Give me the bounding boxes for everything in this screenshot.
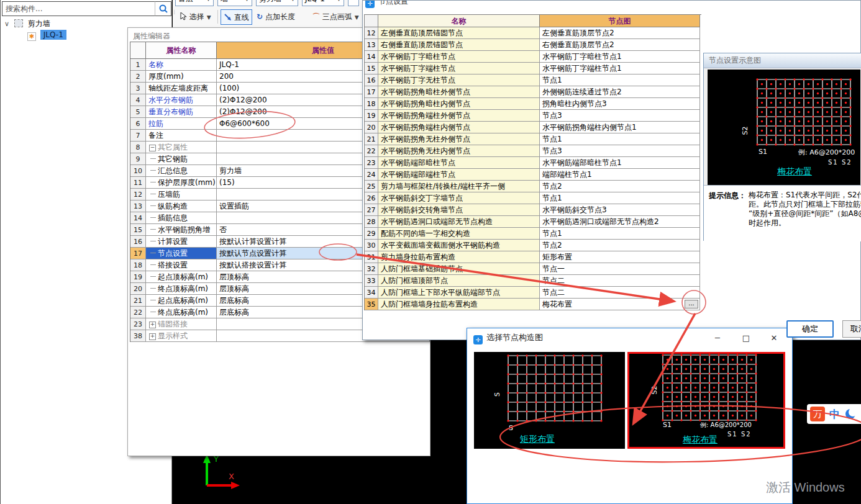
node-setting-row[interactable]: 18水平钢筋拐角暗柱内侧节点拐角暗柱内侧节点3 bbox=[365, 98, 701, 110]
node-img-value[interactable]: 节点1 bbox=[540, 133, 700, 145]
node-name[interactable]: 水平钢筋丁字无柱节点 bbox=[378, 74, 540, 86]
node-img-value[interactable]: 水平钢筋斜交节点3 bbox=[540, 204, 700, 216]
node-setting-row[interactable]: 31剪力墙身拉筋布置构造矩形布置 bbox=[365, 251, 701, 263]
node-name[interactable]: 水平钢筋丁字暗柱节点 bbox=[378, 51, 540, 63]
node-setting-row[interactable]: 17水平钢筋拐角暗柱外侧节点外侧钢筋连续通过节点2 bbox=[365, 86, 701, 98]
node-img-value[interactable]: 梅花布置... bbox=[540, 299, 700, 310]
node-setting-row[interactable]: 20水平钢筋拐角端柱内侧节点水平钢筋拐角端柱内侧节点1 bbox=[365, 122, 701, 133]
node-img-value[interactable]: 水平钢筋遇洞口或端部无节点构造2 bbox=[540, 216, 700, 228]
node-setting-row[interactable]: 33人防门框墙顶部节点节点二 bbox=[365, 275, 701, 287]
chevron-down-icon[interactable]: ∨ bbox=[4, 20, 9, 28]
property-name[interactable]: 汇总信息 bbox=[146, 165, 217, 177]
node-setting-row[interactable]: 25剪力墙与框架柱/转换柱/端柱平齐一侧节点2 bbox=[365, 181, 701, 192]
layer-combo-2[interactable]: ▼剪力墙 bbox=[256, 0, 298, 6]
property-name[interactable]: 终点顶标高(m) bbox=[146, 283, 217, 295]
node-img-value[interactable]: 节点2 bbox=[540, 181, 700, 192]
node-name[interactable]: 人防门框墙上下部水平纵筋端部节点 bbox=[378, 287, 540, 299]
node-img-value[interactable]: 端部端柱节点1 bbox=[540, 169, 700, 181]
node-img-value[interactable]: 矩形布置 bbox=[540, 251, 700, 263]
node-img-value[interactable]: 节点二 bbox=[540, 275, 700, 287]
node-name[interactable]: 剪力墙与框架柱/转换柱/端柱平齐一侧 bbox=[378, 181, 540, 192]
node-setting-row[interactable]: 35人防门框墙墙身拉筋布置构造梅花布置... bbox=[365, 299, 701, 310]
node-img-value[interactable]: 节点二 bbox=[540, 287, 700, 299]
node-name[interactable]: 水平钢筋拐角无柱内侧节点 bbox=[378, 145, 540, 157]
property-name[interactable]: 轴线距左墙皮距离 bbox=[146, 83, 217, 94]
plum-arrangement-label[interactable]: 梅花布置 bbox=[683, 434, 718, 446]
node-name[interactable]: 水平钢筋斜交丁字墙节点 bbox=[378, 192, 540, 204]
property-name[interactable]: 其它钢筋 bbox=[146, 153, 217, 165]
node-img-value[interactable]: 节点1 bbox=[540, 74, 700, 86]
node-name[interactable]: 水平钢筋拐角无柱外侧节点 bbox=[378, 133, 540, 145]
node-setting-row[interactable]: 34人防门框墙上下部水平纵筋端部节点节点二 bbox=[365, 287, 701, 299]
toolbar-partial-icon[interactable] bbox=[348, 0, 359, 6]
node-setting-row[interactable]: 14水平钢筋丁字暗柱节点水平钢筋丁字暗柱节点1 bbox=[365, 51, 701, 63]
property-name[interactable]: 水平钢筋拐角增 bbox=[146, 224, 217, 236]
property-name[interactable]: +锚固搭接 bbox=[146, 318, 217, 330]
line-tool-button[interactable]: 直线 bbox=[221, 9, 252, 25]
node-setting-row[interactable]: 15水平钢筋丁字端柱节点水平钢筋丁字端柱节点1 bbox=[365, 63, 701, 74]
plum-arrangement-label[interactable]: 梅花布置 bbox=[777, 166, 812, 178]
property-name[interactable]: 纵筋构造 bbox=[146, 200, 217, 212]
expand-icon[interactable]: + bbox=[149, 322, 156, 328]
node-setting-row[interactable]: 16水平钢筋丁字无柱节点节点1 bbox=[365, 74, 701, 86]
property-name[interactable]: 水平分布钢筋 bbox=[146, 94, 217, 106]
three-point-arc-button[interactable]: ⌒ 三点画弧 ▼ bbox=[310, 9, 362, 25]
ok-button[interactable]: 确定 bbox=[786, 320, 834, 338]
search-input[interactable]: 搜索构件... bbox=[2, 1, 155, 16]
property-name[interactable]: 终点底标高(m) bbox=[146, 307, 217, 318]
node-img-value[interactable]: 节点1 bbox=[540, 228, 700, 240]
node-img-value[interactable]: 右侧垂直筋顶层节点2 bbox=[540, 39, 700, 51]
layer-combo-3[interactable]: ▼JLQ-1 bbox=[302, 0, 344, 6]
property-name[interactable]: 搭接设置 bbox=[146, 259, 217, 271]
property-name[interactable]: 备注 bbox=[146, 130, 217, 142]
node-setting-row[interactable]: 13右侧垂直筋顶层锚固节点右侧垂直筋顶层节点2 bbox=[365, 39, 701, 51]
node-setting-row[interactable]: 30水平变截面墙变截面侧水平钢筋构造节点2 bbox=[365, 240, 701, 251]
node-setting-row[interactable]: 32人防门框墙基础插筋节点节点一 bbox=[365, 263, 701, 275]
node-setting-row[interactable]: 21水平钢筋拐角无柱外侧节点节点1 bbox=[365, 133, 701, 145]
node-img-value[interactable]: 水平钢筋端部暗柱节点1 bbox=[540, 157, 700, 169]
node-name[interactable]: 水平钢筋端部端柱节点 bbox=[378, 169, 540, 181]
property-name[interactable]: 名称 bbox=[146, 59, 217, 71]
ime-toolbar[interactable]: 万 中 bbox=[807, 404, 861, 424]
node-setting-row[interactable]: 22水平钢筋拐角无柱内侧节点节点3 bbox=[365, 145, 701, 157]
node-name[interactable]: 水平钢筋斜交转角墙节点 bbox=[378, 204, 540, 216]
minimize-button[interactable]: ─ bbox=[711, 332, 724, 344]
select-tool-button[interactable]: 选择 ▼ bbox=[178, 9, 214, 25]
node-name[interactable]: 左侧垂直筋顶层锚固节点 bbox=[378, 27, 540, 39]
node-name[interactable]: 人防门框墙顶部节点 bbox=[378, 275, 540, 287]
point-add-length-button[interactable]: ↻ 点加长度 bbox=[254, 9, 298, 25]
maximize-button[interactable]: □ bbox=[740, 332, 752, 344]
collapse-icon[interactable]: − bbox=[149, 145, 156, 151]
property-name[interactable]: 垂直分布钢筋 bbox=[146, 106, 217, 118]
rect-arrangement-label[interactable]: 矩形布置 bbox=[520, 434, 555, 445]
tree-item-wall-category[interactable]: ∨ 剪力墙 bbox=[4, 18, 50, 29]
moon-icon[interactable] bbox=[844, 408, 857, 420]
property-name[interactable]: 压墙筋 bbox=[146, 189, 217, 200]
node-name[interactable]: 水平钢筋拐角暗柱外侧节点 bbox=[378, 86, 540, 98]
node-name[interactable]: 水平钢筋拐角暗柱内侧节点 bbox=[378, 98, 540, 110]
option-plum-arrangement[interactable]: S2 S1 例: A6@200*200 S1 S2 梅花布置 bbox=[627, 352, 785, 449]
property-name[interactable]: 计算设置 bbox=[146, 236, 217, 248]
close-button[interactable]: ✕ bbox=[768, 332, 780, 344]
node-name[interactable]: 水平钢筋拐角端柱内侧节点 bbox=[378, 122, 540, 133]
browse-dots-button[interactable]: ... bbox=[685, 300, 698, 308]
option-rect-arrangement[interactable]: S S 矩形布置 bbox=[474, 352, 625, 449]
node-name[interactable]: 人防门框墙基础插筋节点 bbox=[378, 263, 540, 275]
node-img-value[interactable]: 水平钢筋拐角端柱内侧节点1 bbox=[540, 122, 700, 133]
chinese-mode-icon[interactable]: 中 bbox=[829, 407, 840, 421]
node-setting-row[interactable]: 12左侧垂直筋顶层锚固节点左侧垂直筋顶层节点2 bbox=[365, 27, 701, 39]
node-setting-row[interactable]: 26水平钢筋斜交丁字墙节点节点1 bbox=[365, 192, 701, 204]
node-img-value[interactable]: 节点3 bbox=[540, 145, 700, 157]
search-button[interactable] bbox=[155, 1, 171, 16]
ime-logo-icon[interactable]: 万 bbox=[810, 407, 825, 421]
node-img-value[interactable]: 外侧钢筋连续通过节点2 bbox=[540, 86, 700, 98]
node-img-value[interactable]: 节点3 bbox=[540, 110, 700, 122]
property-name[interactable]: 拉筋 bbox=[146, 118, 217, 130]
node-setting-row[interactable]: 23水平钢筋端部暗柱节点水平钢筋端部暗柱节点1 bbox=[365, 157, 701, 169]
node-img-value[interactable]: 水平钢筋丁字端柱节点1 bbox=[540, 63, 700, 74]
node-img-value[interactable]: 节点2 bbox=[540, 240, 700, 251]
node-setting-row[interactable]: 24水平钢筋端部端柱节点端部端柱节点1 bbox=[365, 169, 701, 181]
expand-icon[interactable]: + bbox=[149, 333, 156, 340]
node-setting-row[interactable]: 19水平钢筋拐角端柱外侧节点节点3 bbox=[365, 110, 701, 122]
node-name[interactable]: 右侧垂直筋顶层锚固节点 bbox=[378, 39, 540, 51]
